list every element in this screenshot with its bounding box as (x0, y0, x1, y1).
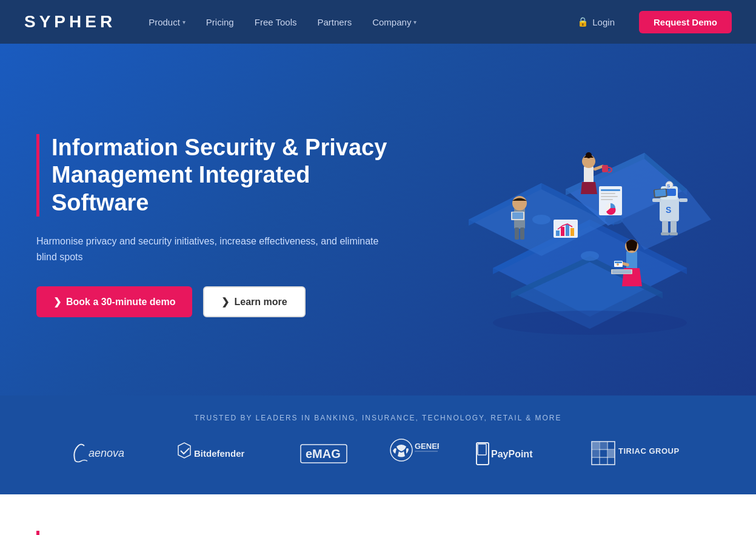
svg-rect-60 (601, 199, 613, 200)
svg-rect-18 (515, 227, 519, 240)
svg-rect-43 (662, 221, 668, 234)
book-demo-label: Book a 30-minute demo (66, 297, 175, 308)
svg-point-13 (532, 215, 550, 224)
nav-item-company[interactable]: Company ▾ (364, 12, 425, 32)
svg-rect-35 (615, 261, 622, 263)
svg-rect-28 (626, 251, 637, 269)
logo-paypoint: PayPoint (475, 440, 554, 467)
nav-links: Product ▾ Pricing Free Tools Partners Co… (140, 11, 732, 33)
svg-rect-72 (478, 444, 486, 455)
svg-rect-22 (584, 166, 594, 183)
svg-rect-80 (600, 442, 607, 449)
svg-rect-21 (512, 212, 523, 219)
nav-item-partners[interactable]: Partners (309, 12, 360, 32)
learn-more-label: Learn more (234, 297, 287, 308)
lock-icon: 🔒 (577, 16, 589, 27)
logo-tiriac-group: TIRIAC GROUP (590, 439, 687, 469)
svg-text:PayPoint: PayPoint (491, 449, 533, 459)
bottom-section: See the Bigger Picture (0, 494, 756, 535)
hero-title: Information Security & Privacy Managemen… (52, 134, 388, 217)
logo-emag: eMAG (299, 440, 348, 467)
nav-item-product[interactable]: Product ▾ (140, 12, 194, 32)
nav-pricing-label: Pricing (206, 17, 234, 27)
trusted-section: TRUSTED BY LEADERS IN BANKING, INSURANCE… (0, 395, 756, 494)
hero-content: Information Security & Privacy Managemen… (36, 134, 412, 318)
svg-text:eMAG: eMAG (306, 447, 341, 460)
svg-rect-81 (592, 450, 599, 457)
svg-marker-23 (581, 182, 597, 194)
svg-text:S: S (666, 205, 671, 215)
svg-rect-46 (669, 232, 678, 235)
nav-item-free-tools[interactable]: Free Tools (246, 12, 306, 32)
login-label: Login (592, 17, 615, 27)
svg-rect-79 (592, 442, 599, 449)
navbar: SYPHER Product ▾ Pricing Free Tools Part… (0, 0, 756, 44)
svg-rect-45 (661, 232, 669, 235)
svg-point-62 (493, 311, 687, 335)
svg-rect-48 (679, 198, 687, 202)
chevron-right-icon: ❯ (53, 296, 61, 308)
svg-text:aenova: aenova (89, 447, 124, 459)
nav-company-label: Company (372, 17, 411, 27)
svg-rect-57 (601, 189, 620, 191)
learn-more-button[interactable]: ❯ Learn more (203, 286, 305, 317)
svg-point-15 (581, 251, 599, 261)
svg-rect-54 (566, 224, 569, 236)
logo-bitdefender: Bitdefender (172, 440, 263, 467)
svg-text:S: S (667, 183, 671, 189)
logo[interactable]: SYPHER (24, 12, 116, 32)
svg-rect-58 (601, 193, 615, 194)
brand-name: SYPHER (24, 12, 116, 32)
chevron-right-icon-secondary: ❯ (221, 296, 229, 308)
svg-rect-71 (477, 443, 489, 465)
logo-generali: GENERALI (384, 437, 439, 470)
nav-product-label: Product (149, 17, 180, 27)
svg-rect-19 (520, 227, 524, 240)
svg-rect-27 (602, 165, 608, 172)
svg-point-14 (605, 215, 623, 224)
nav-partners-label: Partners (317, 17, 352, 27)
logos-row: aenova Bitdefender eMAG (36, 437, 720, 470)
svg-marker-64 (178, 443, 190, 458)
svg-rect-50 (655, 189, 666, 197)
svg-point-25 (586, 152, 592, 158)
nav-free-tools-label: Free Tools (255, 17, 297, 27)
hero-title-block: Information Security & Privacy Managemen… (36, 134, 388, 217)
svg-point-36 (617, 263, 619, 266)
svg-rect-59 (601, 196, 618, 197)
svg-rect-44 (671, 221, 677, 234)
bottom-title: See the Bigger Picture (52, 531, 720, 535)
hero-subtitle: Harmonise privacy and security initiativ… (36, 234, 388, 264)
svg-rect-47 (652, 198, 661, 202)
svg-rect-53 (561, 227, 564, 236)
svg-text:GENERALI: GENERALI (415, 442, 439, 451)
svg-rect-52 (556, 230, 560, 236)
chevron-down-icon-company: ▾ (413, 19, 416, 25)
hero-buttons: ❯ Book a 30-minute demo ❯ Learn more (36, 286, 388, 317)
nav-item-pricing[interactable]: Pricing (198, 12, 243, 32)
svg-text:Bitdefender: Bitdefender (194, 448, 245, 459)
chevron-down-icon: ▾ (182, 19, 186, 25)
svg-rect-55 (570, 228, 574, 236)
hero-illustration-svg: S S (420, 98, 711, 353)
svg-rect-82 (608, 450, 615, 457)
login-link[interactable]: 🔒 Login (569, 12, 623, 32)
svg-rect-33 (612, 270, 631, 274)
request-demo-button[interactable]: Request Demo (639, 11, 732, 33)
book-demo-button[interactable]: ❯ Book a 30-minute demo (36, 286, 192, 317)
hero-section: Information Security & Privacy Managemen… (0, 44, 756, 395)
bottom-title-block: See the Bigger Picture (36, 531, 720, 535)
hero-illustration: S S (412, 98, 720, 353)
svg-text:TIRIAC GROUP: TIRIAC GROUP (618, 446, 680, 456)
trusted-label: TRUSTED BY LEADERS IN BANKING, INSURANCE… (36, 414, 720, 422)
logo-aenova: aenova (69, 440, 136, 467)
